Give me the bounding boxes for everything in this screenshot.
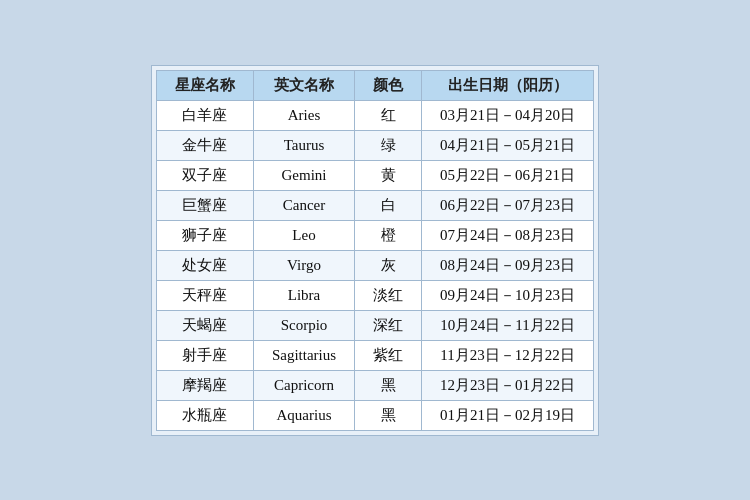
cell-color: 紫红: [355, 340, 422, 370]
cell-english: Capricorn: [253, 370, 354, 400]
cell-color: 黑: [355, 370, 422, 400]
table-row: 狮子座Leo橙07月24日－08月23日: [156, 220, 593, 250]
cell-english: Libra: [253, 280, 354, 310]
cell-dates: 10月24日－11月22日: [422, 310, 594, 340]
table-row: 天蝎座Scorpio深红10月24日－11月22日: [156, 310, 593, 340]
cell-dates: 07月24日－08月23日: [422, 220, 594, 250]
cell-english: Taurus: [253, 130, 354, 160]
cell-chinese: 摩羯座: [156, 370, 253, 400]
cell-chinese: 巨蟹座: [156, 190, 253, 220]
cell-chinese: 狮子座: [156, 220, 253, 250]
cell-color: 黑: [355, 400, 422, 430]
table-row: 射手座Sagittarius紫红11月23日－12月22日: [156, 340, 593, 370]
table-row: 巨蟹座Cancer白06月22日－07月23日: [156, 190, 593, 220]
table-row: 摩羯座Capricorn黑12月23日－01月22日: [156, 370, 593, 400]
table-row: 白羊座Aries红03月21日－04月20日: [156, 100, 593, 130]
cell-chinese: 射手座: [156, 340, 253, 370]
table-header-row: 星座名称 英文名称 颜色 出生日期（阳历）: [156, 70, 593, 100]
cell-dates: 09月24日－10月23日: [422, 280, 594, 310]
cell-dates: 06月22日－07月23日: [422, 190, 594, 220]
cell-color: 黄: [355, 160, 422, 190]
zodiac-table: 星座名称 英文名称 颜色 出生日期（阳历） 白羊座Aries红03月21日－04…: [156, 70, 594, 431]
table-row: 天秤座Libra淡红09月24日－10月23日: [156, 280, 593, 310]
cell-color: 灰: [355, 250, 422, 280]
cell-english: Scorpio: [253, 310, 354, 340]
cell-english: Virgo: [253, 250, 354, 280]
cell-english: Gemini: [253, 160, 354, 190]
table-row: 水瓶座Aquarius黑01月21日－02月19日: [156, 400, 593, 430]
cell-dates: 03月21日－04月20日: [422, 100, 594, 130]
cell-color: 白: [355, 190, 422, 220]
cell-dates: 01月21日－02月19日: [422, 400, 594, 430]
table-row: 双子座Gemini黄05月22日－06月21日: [156, 160, 593, 190]
table-row: 处女座Virgo灰08月24日－09月23日: [156, 250, 593, 280]
col-header-color: 颜色: [355, 70, 422, 100]
cell-dates: 04月21日－05月21日: [422, 130, 594, 160]
cell-color: 淡红: [355, 280, 422, 310]
cell-chinese: 天秤座: [156, 280, 253, 310]
cell-color: 橙: [355, 220, 422, 250]
cell-chinese: 金牛座: [156, 130, 253, 160]
cell-english: Aries: [253, 100, 354, 130]
col-header-english: 英文名称: [253, 70, 354, 100]
cell-english: Aquarius: [253, 400, 354, 430]
cell-english: Sagittarius: [253, 340, 354, 370]
cell-chinese: 处女座: [156, 250, 253, 280]
zodiac-table-wrapper: 星座名称 英文名称 颜色 出生日期（阳历） 白羊座Aries红03月21日－04…: [151, 65, 599, 436]
cell-color: 红: [355, 100, 422, 130]
cell-english: Leo: [253, 220, 354, 250]
cell-dates: 08月24日－09月23日: [422, 250, 594, 280]
cell-chinese: 双子座: [156, 160, 253, 190]
cell-dates: 05月22日－06月21日: [422, 160, 594, 190]
cell-english: Cancer: [253, 190, 354, 220]
cell-chinese: 白羊座: [156, 100, 253, 130]
cell-color: 绿: [355, 130, 422, 160]
col-header-dates: 出生日期（阳历）: [422, 70, 594, 100]
table-row: 金牛座Taurus绿04月21日－05月21日: [156, 130, 593, 160]
cell-dates: 11月23日－12月22日: [422, 340, 594, 370]
cell-chinese: 水瓶座: [156, 400, 253, 430]
cell-color: 深红: [355, 310, 422, 340]
cell-dates: 12月23日－01月22日: [422, 370, 594, 400]
col-header-chinese: 星座名称: [156, 70, 253, 100]
cell-chinese: 天蝎座: [156, 310, 253, 340]
